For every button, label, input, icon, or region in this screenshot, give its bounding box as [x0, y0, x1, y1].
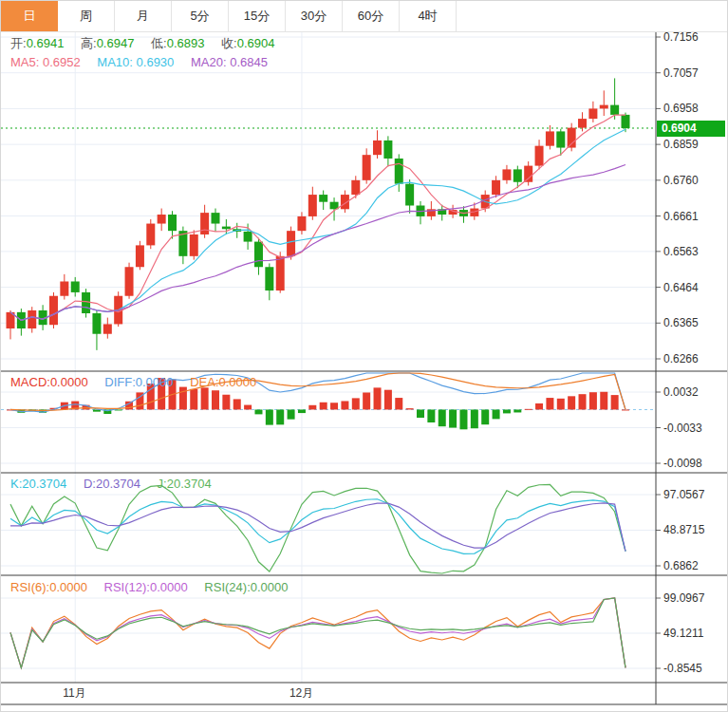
rsi6-label: RSI(6): [10, 580, 49, 594]
low-value: 0.6893 [167, 36, 205, 50]
k-label: K: [10, 477, 22, 491]
svg-text:0.6464: 0.6464 [663, 281, 699, 294]
tab-60min[interactable]: 60分 [343, 1, 400, 31]
svg-text:99.0967: 99.0967 [663, 591, 705, 605]
tab-5min[interactable]: 5分 [172, 1, 229, 31]
rsi24-label: RSI(24): [204, 580, 250, 594]
svg-text:0.6958: 0.6958 [663, 102, 699, 115]
d-label: D: [84, 477, 96, 491]
dea-value: 0.0000 [219, 375, 257, 389]
rsi24-value: 0.0000 [251, 580, 289, 594]
high-value: 0.6947 [97, 36, 135, 50]
x-axis-label-november: 11月 [63, 685, 85, 702]
tab-30min[interactable]: 30分 [286, 1, 343, 31]
macd-row: MACD:0.0000 DIFF:0.0000 DEA:0.0000 [10, 375, 270, 390]
ma5-value: 0.6952 [43, 55, 81, 69]
svg-text:0.7057: 0.7057 [663, 66, 699, 80]
chart-canvas[interactable]: 0.71560.70570.69580.68590.67600.66610.65… [1, 1, 728, 712]
ma5-label: MA5: [10, 55, 39, 69]
ma20-label: MA20: [191, 55, 227, 69]
rsi6-value: 0.0000 [49, 580, 87, 594]
high-label: 高: [81, 36, 97, 50]
diff-label: DIFF: [104, 375, 136, 389]
low-label: 低: [151, 36, 167, 50]
k-value: 20.3704 [22, 477, 66, 491]
j-label: J: [158, 477, 167, 491]
svg-text:0.6661: 0.6661 [663, 210, 699, 223]
dea-label: DEA: [190, 375, 218, 389]
ma20-value: 0.6845 [230, 55, 268, 69]
svg-text:48.8715: 48.8715 [663, 523, 705, 536]
svg-text:-0.0033: -0.0033 [663, 422, 702, 435]
ma-row: MA5: 0.6952 MA10: 0.6930 MA20: 0.6845 [10, 55, 281, 70]
svg-text:97.0567: 97.0567 [663, 488, 705, 501]
svg-text:0.6859: 0.6859 [663, 138, 699, 151]
rsi-row: RSI(6):0.0000 RSI(12):0.0000 RSI(24):0.0… [10, 580, 302, 595]
macd-value: 0.0000 [50, 375, 88, 389]
diff-value: 0.0000 [136, 375, 174, 389]
svg-text:-0.8545: -0.8545 [663, 662, 702, 675]
tab-15min[interactable]: 15分 [229, 1, 286, 31]
svg-text:0.6862: 0.6862 [663, 559, 699, 572]
kdj-row: K:20.3704 D:20.3704 J:20.3704 [10, 477, 225, 492]
ohlc-row: 开:0.6941 高:0.6947 低:0.6893 收:0.6904 [10, 36, 288, 51]
svg-text:-0.0098: -0.0098 [663, 457, 702, 470]
macd-label: MACD: [10, 375, 50, 389]
tab-week[interactable]: 周 [58, 1, 115, 31]
svg-text:0.7156: 0.7156 [663, 30, 699, 44]
svg-text:0.6365: 0.6365 [663, 316, 699, 329]
d-value: 20.3704 [96, 477, 140, 491]
rsi12-label: RSI(12): [104, 580, 150, 594]
close-label: 收: [221, 36, 237, 50]
close-value: 0.6904 [237, 36, 275, 50]
current-price-tag: 0.6904 [657, 121, 725, 137]
trading-chart-app: 日 周 月 5分 15分 30分 60分 4时 0.71560.70570.69… [0, 0, 728, 712]
open-label: 开: [10, 36, 27, 50]
rsi12-value: 0.0000 [150, 580, 188, 594]
open-value: 0.6941 [27, 36, 65, 50]
tab-month[interactable]: 月 [115, 1, 172, 31]
svg-text:49.1211: 49.1211 [663, 627, 704, 640]
ma10-value: 0.6930 [137, 55, 175, 69]
timeframe-toolbar: 日 周 月 5分 15分 30分 60分 4时 [1, 1, 727, 32]
svg-text:0.6563: 0.6563 [663, 245, 699, 258]
svg-text:0.6760: 0.6760 [663, 174, 699, 187]
tab-4hour[interactable]: 4时 [400, 1, 457, 31]
tab-day[interactable]: 日 [1, 1, 58, 31]
x-axis-label-december: 12月 [289, 685, 313, 702]
svg-text:0.0032: 0.0032 [663, 385, 699, 399]
svg-text:0.6266: 0.6266 [663, 352, 699, 365]
j-value: 20.3704 [167, 477, 212, 491]
ma10-label: MA10: [97, 55, 133, 69]
